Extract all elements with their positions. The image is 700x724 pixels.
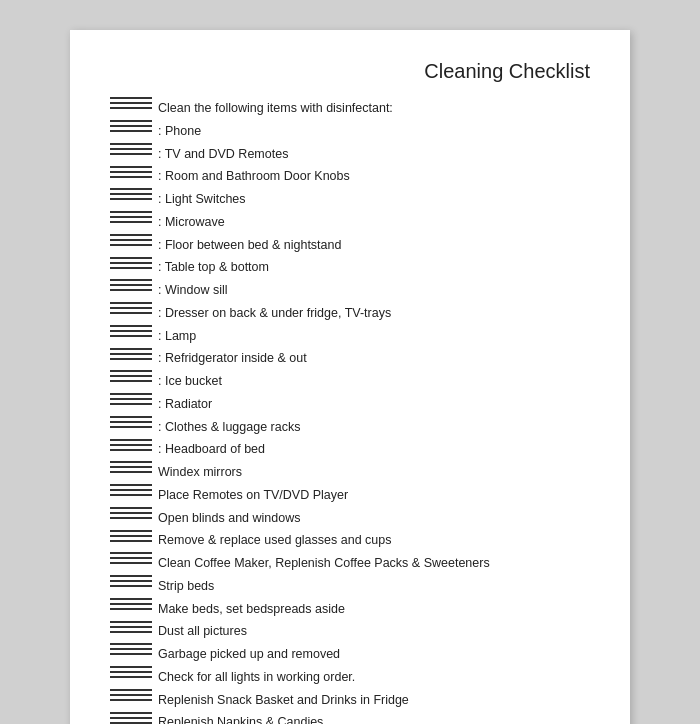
list-item: Place Remotes on TV/DVD Player — [110, 486, 590, 505]
list-item: : Lamp — [110, 327, 590, 346]
item-text: : Microwave — [158, 213, 225, 232]
page: Cleaning Checklist Clean the following i… — [70, 30, 630, 724]
item-text: : Dresser on back & under fridge, TV-tra… — [158, 304, 391, 323]
list-item: : Radiator — [110, 395, 590, 414]
list-item: : Light Switches — [110, 190, 590, 209]
checkbox-lines — [110, 176, 152, 178]
list-item: : Table top & bottom — [110, 258, 590, 277]
item-text: Replenish Napkins & Candies — [158, 713, 323, 724]
item-text: : Room and Bathroom Door Knobs — [158, 167, 350, 186]
list-item: : Headboard of bed — [110, 440, 590, 459]
item-text: : Clothes & luggage racks — [158, 418, 300, 437]
item-text: : Radiator — [158, 395, 212, 414]
list-item: Clean Coffee Maker, Replenish Coffee Pac… — [110, 554, 590, 573]
item-text: Open blinds and windows — [158, 509, 300, 528]
list-item: Make beds, set bedspreads aside — [110, 600, 590, 619]
item-text: Replenish Snack Basket and Drinks in Fri… — [158, 691, 409, 710]
item-text: Windex mirrors — [158, 463, 242, 482]
checkbox-lines — [110, 107, 152, 109]
checkbox-lines — [110, 426, 152, 428]
item-text: Clean the following items with disinfect… — [158, 99, 393, 118]
checkbox-lines — [110, 608, 152, 610]
list-item: : Microwave — [110, 213, 590, 232]
item-text: Strip beds — [158, 577, 214, 596]
checkbox-lines — [110, 449, 152, 451]
checkbox-lines — [110, 221, 152, 223]
list-item: Check for all lights in working order. — [110, 668, 590, 687]
list-item: : Room and Bathroom Door Knobs — [110, 167, 590, 186]
checkbox-lines — [110, 312, 152, 314]
list-item: Clean the following items with disinfect… — [110, 99, 590, 118]
list-item: : Refridgerator inside & out — [110, 349, 590, 368]
item-text: : Lamp — [158, 327, 196, 346]
item-text: : Table top & bottom — [158, 258, 269, 277]
checkbox-lines — [110, 198, 152, 200]
checkbox-lines — [110, 244, 152, 246]
list-item: : Phone — [110, 122, 590, 141]
list-item: Garbage picked up and removed — [110, 645, 590, 664]
checkbox-lines — [110, 471, 152, 473]
checkbox-lines — [110, 380, 152, 382]
checklist: Clean the following items with disinfect… — [110, 99, 590, 724]
list-item: Open blinds and windows — [110, 509, 590, 528]
checkbox-lines — [110, 653, 152, 655]
checkbox-lines — [110, 358, 152, 360]
list-item: : Floor between bed & nightstand — [110, 236, 590, 255]
list-item: Dust all pictures — [110, 622, 590, 641]
checkbox-lines — [110, 562, 152, 564]
item-text: Dust all pictures — [158, 622, 247, 641]
checkbox-lines — [110, 517, 152, 519]
list-item: : TV and DVD Remotes — [110, 145, 590, 164]
item-text: Check for all lights in working order. — [158, 668, 355, 687]
item-text: : TV and DVD Remotes — [158, 145, 288, 164]
list-item: : Window sill — [110, 281, 590, 300]
checkbox-lines — [110, 494, 152, 496]
checkbox-lines — [110, 699, 152, 701]
item-text: Make beds, set bedspreads aside — [158, 600, 345, 619]
checkbox-lines — [110, 403, 152, 405]
list-item: Replenish Snack Basket and Drinks in Fri… — [110, 691, 590, 710]
item-text: Clean Coffee Maker, Replenish Coffee Pac… — [158, 554, 490, 573]
item-text: : Window sill — [158, 281, 227, 300]
item-text: : Phone — [158, 122, 201, 141]
list-item: : Ice bucket — [110, 372, 590, 391]
checkbox-lines — [110, 267, 152, 269]
checkbox-lines — [110, 722, 152, 724]
item-text: Remove & replace used glasses and cups — [158, 531, 391, 550]
checkbox-lines — [110, 130, 152, 132]
list-item: Remove & replace used glasses and cups — [110, 531, 590, 550]
checkbox-lines — [110, 676, 152, 678]
checkbox-lines — [110, 585, 152, 587]
list-item: Strip beds — [110, 577, 590, 596]
item-text: : Light Switches — [158, 190, 246, 209]
item-text: Place Remotes on TV/DVD Player — [158, 486, 348, 505]
item-text: : Headboard of bed — [158, 440, 265, 459]
list-item: : Clothes & luggage racks — [110, 418, 590, 437]
checkbox-lines — [110, 153, 152, 155]
list-item: Windex mirrors — [110, 463, 590, 482]
list-item: Replenish Napkins & Candies — [110, 713, 590, 724]
page-title: Cleaning Checklist — [110, 60, 590, 83]
checkbox-lines — [110, 289, 152, 291]
checkbox-lines — [110, 631, 152, 633]
item-text: : Refridgerator inside & out — [158, 349, 307, 368]
item-text: : Floor between bed & nightstand — [158, 236, 341, 255]
checkbox-lines — [110, 540, 152, 542]
list-item: : Dresser on back & under fridge, TV-tra… — [110, 304, 590, 323]
item-text: Garbage picked up and removed — [158, 645, 340, 664]
checkbox-lines — [110, 335, 152, 337]
item-text: : Ice bucket — [158, 372, 222, 391]
